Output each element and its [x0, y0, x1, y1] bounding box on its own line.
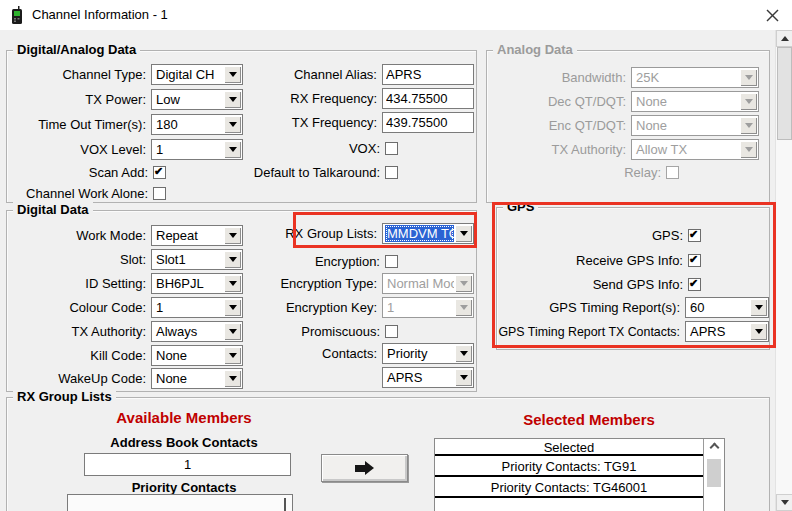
arrow-right-icon — [355, 465, 365, 472]
address-book-contacts-input[interactable] — [84, 453, 291, 476]
channel-type-label: Channel Type: — [62, 67, 151, 82]
receive-gps-info-label: Receive GPS Info: — [576, 253, 688, 268]
digital-analog-data-title: Digital/Analog Data — [13, 42, 140, 58]
bandwidth-label: Bandwidth: — [562, 70, 631, 85]
bandwidth-select: 25K — [631, 67, 759, 88]
chevron-down-icon — [455, 299, 472, 316]
scan-add-row: Scan Add: — [9, 162, 166, 183]
channel-work-alone-checkbox[interactable] — [153, 187, 166, 200]
channel-work-alone-row: Channel Work Alone: — [9, 183, 166, 204]
contacts-row: Contacts: Priority — [182, 343, 474, 364]
analog-data-group: Analog Data Bandwidth: 25K Dec QT/DQT: N… — [486, 50, 770, 203]
contacts-select[interactable]: Priority — [382, 343, 474, 364]
channel-alias-input[interactable] — [382, 64, 474, 85]
dec-qtdqt-select: None — [631, 91, 759, 112]
channel-alias-label: Channel Alias: — [294, 67, 382, 82]
selected-members-table[interactable]: Selected Priority Contacts: TG91 Priorit… — [434, 438, 725, 511]
encryption-row: Encryption: — [182, 251, 398, 272]
vox-level-label: VOX Level: — [80, 142, 151, 157]
scroll-up-button[interactable] — [776, 30, 792, 47]
promiscuous-row: Promiscuous: — [182, 321, 398, 342]
tx-frequency-input[interactable] — [382, 112, 474, 133]
digital-data-group: Digital Data Work Mode: Repeat Slot: Slo… — [6, 210, 477, 392]
encryption-type-select: Normal Moc — [382, 273, 474, 294]
gps-group: GPS GPS: Receive GPS Info: Send GPS Info… — [496, 207, 770, 350]
gps-checkbox[interactable] — [688, 229, 701, 242]
contacts-secondary-select[interactable]: APRS — [382, 367, 474, 388]
scan-add-checkbox[interactable] — [153, 166, 166, 179]
wakeup-code-label: WakeUp Code: — [58, 371, 151, 386]
scroll-down-button[interactable] — [776, 494, 792, 511]
vox-label: VOX: — [349, 141, 385, 156]
table-scrollbar[interactable] — [703, 439, 724, 511]
contacts-label: Contacts: — [322, 346, 382, 361]
chevron-down-icon[interactable] — [750, 323, 767, 340]
rx-group-lists-row: RX Group Lists: MMDVM TG — [182, 223, 474, 244]
receive-gps-info-row: Receive GPS Info: — [499, 250, 701, 271]
rx-group-lists-label: RX Group Lists: — [285, 226, 382, 241]
chevron-down-icon[interactable] — [455, 369, 472, 386]
chevron-down-icon[interactable] — [455, 225, 472, 242]
gps-timing-report-select[interactable]: 60 — [685, 297, 769, 318]
default-talkaround-row: Default to Talkaround: — [182, 162, 398, 183]
slot-label: Slot: — [120, 252, 151, 267]
dec-qtdqt-label: Dec QT/DQT: — [548, 94, 631, 109]
enc-qtdqt-row: Enc QT/DQT: None — [491, 115, 759, 136]
encryption-key-row: Encryption Key: 1 — [182, 297, 474, 318]
kill-code-label: Kill Code: — [90, 348, 151, 363]
encryption-label: Encryption: — [315, 254, 385, 269]
move-right-button[interactable] — [321, 454, 408, 482]
scrollbar-thumb[interactable] — [777, 47, 792, 140]
channel-work-alone-label: Channel Work Alone: — [26, 186, 153, 201]
encryption-type-label: Encryption Type: — [280, 276, 382, 291]
time-out-timer-label: Time Out Timer(s): — [38, 117, 151, 132]
id-setting-label: ID Setting: — [85, 276, 151, 291]
rx-frequency-label: RX Frequency: — [290, 91, 382, 106]
rx-frequency-row: RX Frequency: — [182, 88, 474, 109]
gps-timing-report-contacts-select[interactable]: APRS — [685, 321, 769, 342]
promiscuous-checkbox[interactable] — [385, 325, 398, 338]
promiscuous-label: Promiscuous: — [301, 324, 385, 339]
chevron-down-icon[interactable] — [750, 299, 767, 316]
enc-qtdqt-select: None — [631, 115, 759, 136]
selected-row[interactable]: Priority Contacts: TG91 — [435, 456, 724, 477]
vox-row: VOX: — [182, 138, 398, 159]
chevron-down-icon — [740, 117, 757, 134]
close-icon — [766, 9, 779, 22]
dec-qtdqt-row: Dec QT/DQT: None — [491, 91, 759, 112]
tx-frequency-label: TX Frequency: — [292, 115, 382, 130]
selected-row[interactable]: Priority Contacts: TG46001 — [435, 477, 724, 498]
rx-group-lists-title: RX Group Lists — [13, 389, 116, 405]
scroll-up-icon[interactable] — [284, 500, 286, 511]
send-gps-info-label: Send GPS Info: — [593, 277, 688, 292]
receive-gps-info-checkbox[interactable] — [688, 254, 701, 267]
analog-tx-authority-select: Allow TX — [631, 139, 759, 160]
chevron-down-icon[interactable] — [455, 345, 472, 362]
gps-title: GPS — [503, 199, 538, 215]
selected-members-heading: Selected Members — [444, 411, 734, 428]
relay-row: Relay: — [491, 162, 679, 183]
gps-timing-report-row: GPS Timing Report(s): 60 — [499, 297, 769, 318]
close-button[interactable] — [758, 4, 786, 26]
priority-contacts-heading: Priority Contacts — [59, 480, 309, 495]
encryption-checkbox[interactable] — [385, 255, 398, 268]
dialog-scrollbar[interactable] — [775, 30, 792, 511]
default-talkaround-checkbox[interactable] — [385, 166, 398, 179]
gps-label: GPS: — [652, 228, 688, 243]
chevron-down-icon — [455, 275, 472, 292]
vox-checkbox[interactable] — [385, 142, 398, 155]
contacts-secondary-row: APRS — [182, 367, 474, 388]
scan-add-label: Scan Add: — [89, 165, 153, 180]
gps-timing-report-label: GPS Timing Report(s): — [549, 300, 685, 315]
rx-group-lists-select[interactable]: MMDVM TG — [382, 223, 474, 244]
rx-frequency-input[interactable] — [382, 88, 474, 109]
digital-analog-data-group: Digital/Analog Data Channel Type: Digita… — [6, 50, 477, 203]
digital-data-title: Digital Data — [13, 202, 93, 218]
scrollbar-thumb[interactable] — [707, 459, 721, 487]
gps-row: GPS: — [499, 225, 701, 246]
gps-timing-report-contacts-label: GPS Timing Report TX Contacts: — [498, 325, 685, 339]
send-gps-info-checkbox[interactable] — [688, 278, 701, 291]
encryption-type-row: Encryption Type: Normal Moc — [182, 273, 474, 294]
priority-contacts-listbox[interactable] — [67, 494, 293, 511]
chevron-down-icon — [740, 141, 757, 158]
